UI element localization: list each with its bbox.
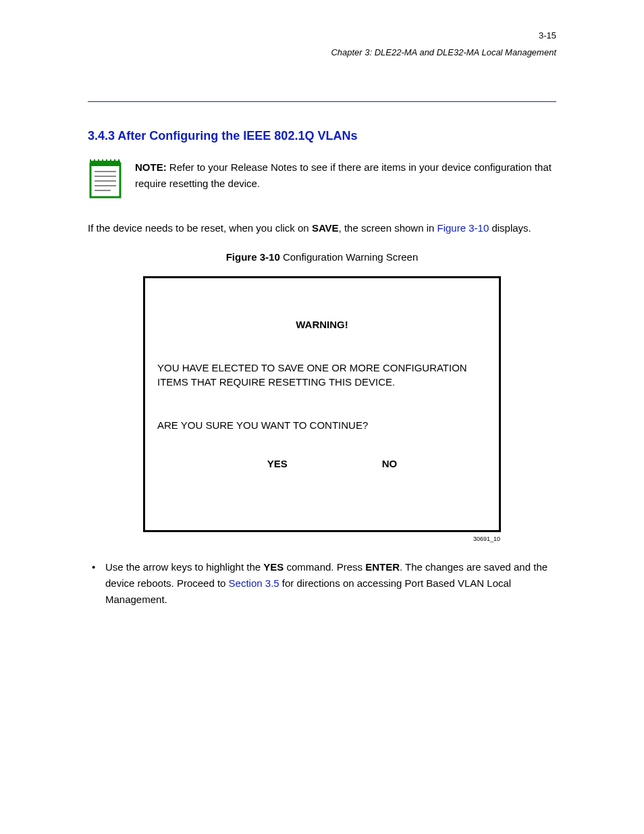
warning-message-2: ARE YOU SURE YOU WANT TO CONTINUE? (157, 419, 487, 431)
para1-save: SAVE (312, 222, 339, 234)
instruction-item: Use the arrow keys to highlight the YES … (88, 559, 556, 608)
bullet-prefix: Use the arrow keys to highlight the (105, 561, 263, 573)
warning-message-1: YOU HAVE ELECTED TO SAVE ONE OR MORE CON… (157, 361, 487, 389)
para1-prefix: If the device needs to be reset, when yo… (88, 222, 312, 234)
page-header: 3-15 Chapter 3: DLE22-MA and DLE32-MA Lo… (88, 88, 556, 122)
note-text: NOTE: Refer to your Release Notes to see… (135, 157, 556, 192)
paragraph-1: If the device needs to be reset, when yo… (88, 220, 556, 236)
figure-number: Figure 3-10 (226, 251, 280, 263)
para1-mid: , the screen shown in (339, 222, 437, 234)
figure-code: 30691_10 (473, 536, 500, 542)
instruction-list: Use the arrow keys to highlight the YES … (88, 559, 556, 608)
no-option: NO (382, 458, 398, 469)
warning-button-row: YES NO (157, 458, 487, 469)
para1-figure-ref[interactable]: Figure 3-10 (437, 222, 489, 234)
document-page: 3-15 Chapter 3: DLE22-MA and DLE32-MA Lo… (0, 0, 644, 608)
figure-block: Figure 3-10 Configuration Warning Screen… (88, 251, 556, 532)
yes-option: YES (267, 458, 288, 469)
figure-caption: Figure 3-10 Configuration Warning Screen (88, 251, 556, 263)
bullet-mid1: command. Press (284, 561, 365, 573)
bullet-enter: ENTER (365, 561, 400, 573)
note-body: Refer to your Release Notes to see if th… (135, 161, 552, 189)
warning-title: WARNING! (157, 319, 487, 330)
note-label: NOTE: (135, 161, 167, 173)
figure-caption-text: Configuration Warning Screen (283, 251, 418, 263)
chapter-title: Chapter 3: DLE22-MA and DLE32-MA Local M… (331, 47, 556, 57)
section-heading: 3.4.3 After Configuring the IEEE 802.1Q … (88, 129, 556, 143)
bullet-yes: YES (263, 561, 284, 573)
warning-dialog: WARNING! YOU HAVE ELECTED TO SAVE ONE OR… (143, 276, 501, 532)
page-number: 3-15 (539, 30, 556, 41)
para1-suffix: displays. (489, 222, 531, 234)
bullet-section-ref[interactable]: Section 3.5 (229, 577, 279, 589)
note-block: NOTE: Refer to your Release Notes to see… (88, 157, 556, 200)
notepad-icon (88, 157, 123, 200)
